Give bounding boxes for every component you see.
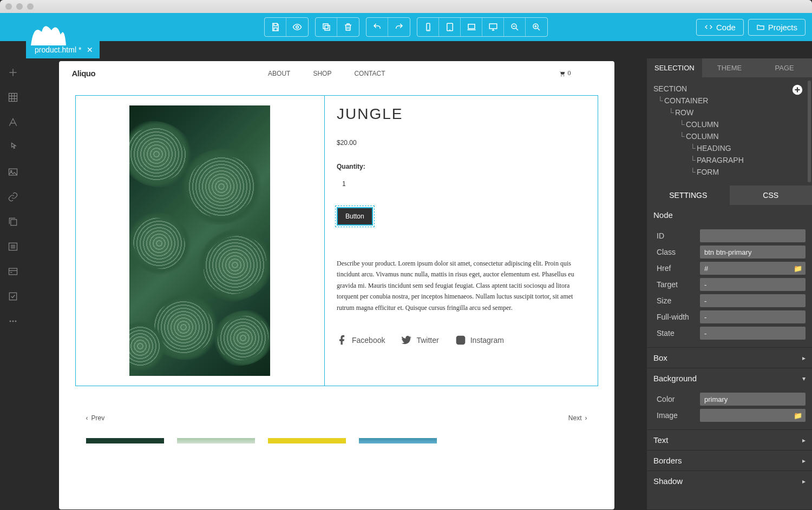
background-header[interactable]: Background▾: [647, 368, 812, 388]
facebook-link[interactable]: Facebook: [337, 335, 385, 346]
tab-selection[interactable]: SELECTION: [647, 58, 702, 77]
selected-button-element[interactable]: Button: [337, 207, 373, 226]
laptop-button[interactable]: [461, 18, 482, 36]
zoom-in-button[interactable]: [526, 18, 547, 36]
tree-section[interactable]: SECTION: [653, 83, 806, 95]
nav-contact[interactable]: CONTACT: [354, 70, 385, 77]
folder-icon[interactable]: 📁: [794, 412, 802, 420]
fullwidth-input[interactable]: -: [700, 310, 806, 323]
product-image-column: [76, 96, 325, 386]
chevron-right-icon: ▸: [802, 436, 806, 444]
nav-shop[interactable]: SHOP: [313, 70, 331, 77]
checkbox-icon[interactable]: [6, 290, 19, 303]
button-icon[interactable]: [6, 141, 19, 154]
projects-button[interactable]: Projects: [748, 19, 806, 36]
cart[interactable]: 0: [558, 69, 571, 77]
href-input[interactable]: #📁: [700, 262, 806, 275]
thumbnail-row: [86, 438, 587, 443]
svg-point-38: [563, 75, 564, 76]
class-input[interactable]: btn btn-primary: [700, 246, 806, 259]
tree-container[interactable]: └CONTAINER: [653, 95, 806, 107]
cart-icon: [558, 70, 566, 77]
folder-icon[interactable]: 📁: [794, 264, 802, 273]
redo-button[interactable]: [388, 18, 410, 36]
copy-delete-group: [315, 17, 359, 37]
svg-point-35: [12, 321, 14, 322]
add-icon[interactable]: [6, 66, 19, 79]
minimize-window-icon[interactable]: [16, 3, 23, 10]
element-tree[interactable]: SECTION └CONTAINER └ROW └COLUMN └COLUMN …: [647, 77, 812, 186]
next-button[interactable]: Next ›: [568, 414, 587, 422]
tree-form[interactable]: └FORM: [653, 166, 806, 178]
state-input[interactable]: -: [700, 327, 806, 340]
subtab-settings[interactable]: SETTINGS: [647, 186, 730, 205]
thumbnail[interactable]: [268, 438, 346, 443]
bg-color-input[interactable]: primary: [700, 393, 806, 406]
tab-theme[interactable]: THEME: [702, 58, 757, 77]
instagram-link[interactable]: Instagram: [455, 335, 504, 346]
card-icon[interactable]: [6, 265, 19, 278]
svg-point-40: [459, 339, 462, 342]
mobile-button[interactable]: [417, 18, 439, 36]
tree-column-1[interactable]: └COLUMN: [653, 118, 806, 130]
desktop-button[interactable]: [482, 18, 504, 36]
chevron-right-icon: ▸: [802, 478, 806, 485]
maximize-window-icon[interactable]: [27, 3, 34, 10]
quantity-label: Quantity:: [337, 163, 586, 170]
list-icon[interactable]: [6, 240, 19, 253]
subtab-css[interactable]: CSS: [730, 186, 813, 205]
delete-button[interactable]: [337, 18, 359, 36]
more-icon[interactable]: [6, 315, 19, 328]
close-tab-icon[interactable]: ✕: [87, 45, 93, 54]
text-header[interactable]: Text▸: [647, 429, 812, 450]
zoom-out-button[interactable]: [504, 18, 526, 36]
size-input[interactable]: -: [700, 294, 806, 307]
image-icon[interactable]: [6, 165, 19, 178]
tree-heading[interactable]: └HEADING: [653, 142, 806, 154]
node-header: Node: [647, 205, 812, 225]
bg-image-input[interactable]: 📁: [700, 409, 806, 422]
thumbnail[interactable]: [86, 438, 164, 443]
id-input[interactable]: [700, 229, 806, 242]
fullwidth-label: Full-width: [653, 313, 700, 321]
copy-button[interactable]: [316, 18, 337, 36]
twitter-link[interactable]: Twitter: [401, 335, 438, 346]
svg-rect-2: [323, 24, 328, 29]
shadow-header[interactable]: Shadow▸: [647, 471, 812, 491]
tablet-button[interactable]: [439, 18, 461, 36]
product-details-column: JUNGLE $20.00 Quantity: 1 Button Describ…: [324, 96, 598, 386]
save-button[interactable]: [265, 18, 286, 36]
add-element-icon[interactable]: [791, 84, 804, 97]
pager: ‹ Prev Next ›: [86, 414, 587, 422]
text-icon[interactable]: [6, 116, 19, 129]
tree-row[interactable]: └ROW: [653, 107, 806, 118]
close-window-icon[interactable]: [5, 3, 12, 10]
canvas[interactable]: Aliquo ABOUT SHOP CONTACT 0: [59, 61, 614, 509]
svg-rect-1: [325, 25, 330, 30]
svg-point-36: [15, 321, 16, 322]
target-input[interactable]: -: [700, 278, 806, 291]
svg-rect-18: [9, 94, 17, 102]
svg-rect-30: [9, 268, 17, 275]
tree-scrollbar[interactable]: [808, 81, 811, 182]
link-icon[interactable]: [6, 190, 19, 203]
tree-paragraph[interactable]: └PARAGRAPH: [653, 154, 806, 166]
svg-point-0: [296, 26, 299, 29]
borders-header[interactable]: Borders▸: [647, 450, 812, 471]
thumbnail[interactable]: [177, 438, 255, 443]
tree-column-2[interactable]: └COLUMN: [653, 130, 806, 142]
grid-icon[interactable]: [6, 91, 19, 104]
code-button[interactable]: Code: [696, 19, 744, 36]
id-label: ID: [653, 231, 700, 240]
undo-button[interactable]: [366, 18, 388, 36]
copy-component-icon[interactable]: [6, 215, 19, 228]
tab-page[interactable]: PAGE: [757, 58, 812, 77]
svg-rect-33: [9, 293, 16, 300]
nav-about[interactable]: ABOUT: [268, 70, 290, 77]
thumbnail[interactable]: [359, 438, 437, 443]
prev-button[interactable]: ‹ Prev: [86, 414, 105, 422]
box-header[interactable]: Box▸: [647, 347, 812, 368]
preview-button[interactable]: [286, 18, 308, 36]
undo-redo-group: [366, 17, 410, 37]
quantity-value[interactable]: 1: [337, 180, 586, 188]
